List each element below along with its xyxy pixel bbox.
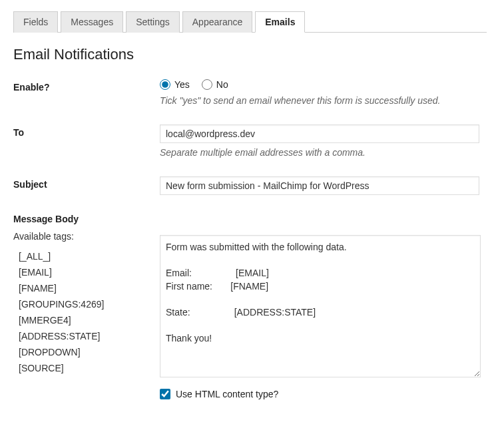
enable-no-option[interactable]: No [202,79,228,90]
enable-radio-group: Yes No [160,79,487,90]
tab-appearance[interactable]: Appearance [182,11,253,33]
tag-address-state[interactable]: [ADDRESS:STATE] [19,331,160,341]
tabs-nav: Fields Messages Settings Appearance Emai… [13,11,487,33]
enable-help: Tick "yes" to send an email whenever thi… [160,95,487,106]
to-label: To [13,124,160,138]
body-label: Message Body [13,214,160,224]
enable-yes-label: Yes [174,79,190,90]
to-input[interactable] [160,124,479,143]
html-content-checkbox[interactable] [160,389,170,399]
page-title: Email Notifications [13,46,487,63]
body-textarea[interactable]: Form was submitted with the following da… [160,235,481,377]
to-help: Separate multiple email addresses with a… [160,147,487,158]
tag-source[interactable]: [SOURCE] [19,363,160,373]
body-section: Message Body Available tags: [_ALL_] [EM… [13,214,487,399]
tag-email[interactable]: [EMAIL] [19,267,160,278]
html-content-label: Use HTML content type? [176,389,278,399]
tag-mmerge4[interactable]: [MMERGE4] [19,315,160,326]
enable-yes-radio[interactable] [160,79,170,90]
tab-fields[interactable]: Fields [13,11,58,33]
tags-label: Available tags: [13,231,160,242]
tab-messages[interactable]: Messages [61,11,123,33]
enable-yes-option[interactable]: Yes [160,79,190,90]
enable-no-radio[interactable] [202,79,212,90]
tag-all[interactable]: [_ALL_] [19,251,160,262]
enable-row: Enable? Yes No Tick "yes" to send an ema… [13,79,487,106]
enable-no-label: No [216,79,228,90]
tag-dropdown[interactable]: [DROPDOWN] [19,347,160,357]
enable-label: Enable? [13,79,160,93]
html-content-row: Use HTML content type? [160,389,487,399]
tags-list: [_ALL_] [EMAIL] [FNAME] [GROUPINGS:4269]… [13,251,160,373]
to-row: To Separate multiple email addresses wit… [13,124,487,158]
subject-row: Subject [13,176,487,195]
subject-label: Subject [13,176,160,190]
tag-groupings[interactable]: [GROUPINGS:4269] [19,299,160,310]
tab-settings[interactable]: Settings [126,11,180,33]
tab-emails[interactable]: Emails [255,11,305,33]
subject-input[interactable] [160,176,479,195]
tag-fname[interactable]: [FNAME] [19,283,160,294]
